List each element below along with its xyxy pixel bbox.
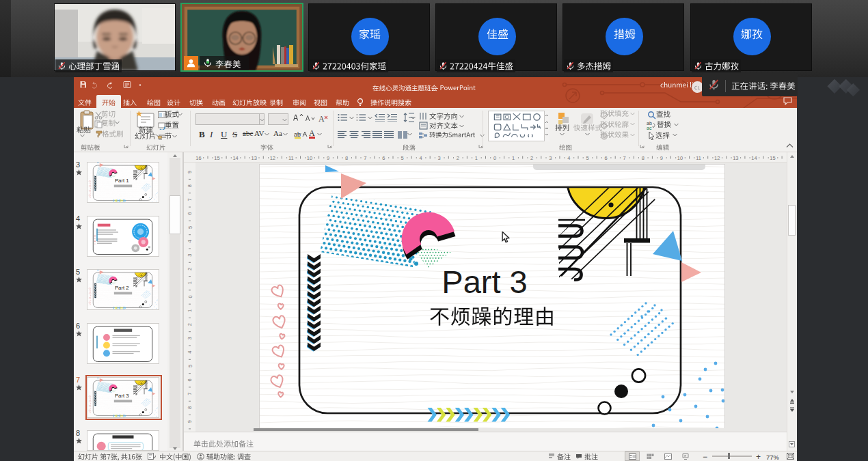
svg-text:9: 9 bbox=[187, 171, 193, 173]
svg-text:9: 9 bbox=[660, 155, 663, 161]
svg-text:8: 8 bbox=[345, 155, 348, 161]
svg-text:1: 1 bbox=[187, 281, 193, 284]
svg-text:2: 2 bbox=[187, 268, 193, 270]
svg-text:9: 9 bbox=[327, 155, 329, 161]
svg-text:12: 12 bbox=[270, 155, 275, 161]
svg-text:6: 6 bbox=[187, 378, 193, 381]
svg-text:2: 2 bbox=[530, 155, 533, 161]
svg-text:5: 5 bbox=[187, 226, 193, 229]
svg-text:16: 16 bbox=[195, 155, 201, 161]
svg-text:6: 6 bbox=[187, 212, 193, 215]
svg-text:7: 7 bbox=[623, 155, 626, 161]
svg-text:ac: ac bbox=[647, 126, 652, 130]
svg-text:7: 7 bbox=[187, 393, 193, 395]
svg-text:14: 14 bbox=[232, 155, 238, 161]
svg-text:3: 3 bbox=[438, 155, 441, 161]
svg-text:14: 14 bbox=[751, 155, 757, 161]
svg-text:0: 0 bbox=[187, 295, 193, 298]
svg-text:8: 8 bbox=[642, 155, 645, 161]
svg-text:Part 3: Part 3 bbox=[442, 264, 527, 300]
svg-text:6: 6 bbox=[605, 155, 608, 161]
svg-text:1: 1 bbox=[475, 155, 478, 161]
svg-text:A: A bbox=[318, 114, 325, 124]
svg-text:11: 11 bbox=[288, 155, 294, 161]
svg-text:3: 3 bbox=[549, 155, 552, 161]
svg-text:11: 11 bbox=[696, 155, 701, 161]
svg-text:1: 1 bbox=[187, 309, 193, 312]
svg-text:3: 3 bbox=[187, 254, 193, 257]
svg-text:Part 2: Part 2 bbox=[115, 285, 129, 292]
svg-text:12: 12 bbox=[714, 155, 720, 161]
svg-text:4: 4 bbox=[567, 155, 570, 161]
svg-text:Part 3: Part 3 bbox=[115, 393, 129, 399]
svg-text:8: 8 bbox=[187, 184, 193, 187]
svg-text:7: 7 bbox=[187, 198, 193, 201]
svg-text:7: 7 bbox=[364, 155, 366, 161]
svg-text:5: 5 bbox=[586, 155, 588, 161]
svg-text:13: 13 bbox=[252, 155, 257, 161]
svg-text:15: 15 bbox=[770, 155, 775, 161]
svg-text:15: 15 bbox=[214, 155, 219, 161]
svg-text:4: 4 bbox=[420, 155, 422, 161]
svg-text:1: 1 bbox=[512, 155, 515, 161]
svg-text:3: 3 bbox=[187, 337, 193, 339]
svg-text:0: 0 bbox=[493, 155, 496, 161]
svg-text:10: 10 bbox=[307, 155, 312, 161]
svg-text:4: 4 bbox=[187, 351, 193, 354]
svg-text:5: 5 bbox=[401, 155, 403, 161]
svg-text:Part 1: Part 1 bbox=[115, 178, 129, 184]
svg-text:ab: ab bbox=[647, 121, 652, 126]
svg-text:9: 9 bbox=[187, 420, 193, 423]
svg-text:8: 8 bbox=[187, 406, 193, 409]
svg-text:2: 2 bbox=[187, 323, 193, 326]
svg-text:2: 2 bbox=[457, 155, 459, 161]
svg-text:4: 4 bbox=[187, 240, 193, 242]
svg-text:5: 5 bbox=[187, 365, 193, 367]
svg-text:10: 10 bbox=[677, 155, 683, 161]
svg-text:13: 13 bbox=[733, 155, 738, 161]
svg-text:6: 6 bbox=[382, 155, 385, 161]
